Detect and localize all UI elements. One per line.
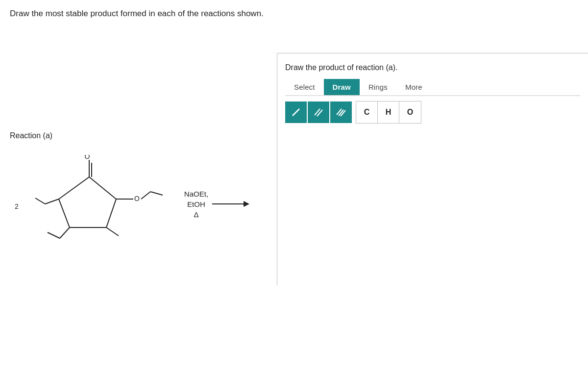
drawing-toolbar: Select Draw Rings More bbox=[285, 79, 580, 96]
molecule-structure: O O bbox=[21, 155, 177, 253]
svg-line-18 bbox=[337, 109, 342, 115]
svg-marker-0 bbox=[59, 177, 116, 227]
toolbar-more[interactable]: More bbox=[396, 79, 431, 95]
svg-line-15 bbox=[293, 109, 299, 116]
reagent-line2: EtOH bbox=[187, 199, 205, 209]
svg-line-10 bbox=[45, 199, 59, 204]
single-bond-icon bbox=[291, 107, 301, 118]
svg-line-20 bbox=[341, 110, 345, 116]
page-instruction: Draw the most stable product formed in e… bbox=[0, 0, 588, 24]
bond-atom-toolbar: C H O bbox=[285, 101, 580, 124]
double-bond-button[interactable] bbox=[308, 101, 329, 123]
reagent-line3: Δ bbox=[194, 209, 198, 220]
atom-group: C H O bbox=[356, 101, 421, 124]
toolbar-select[interactable]: Select bbox=[285, 79, 324, 95]
svg-line-11 bbox=[35, 198, 45, 204]
panel-title: Draw the product of reaction (a). bbox=[285, 63, 580, 72]
svg-marker-14 bbox=[244, 201, 249, 207]
toolbar-draw[interactable]: Draw bbox=[324, 79, 360, 95]
reaction-arrow bbox=[210, 197, 249, 211]
toolbar-rings[interactable]: Rings bbox=[360, 79, 396, 95]
svg-line-6 bbox=[141, 192, 150, 199]
hydrogen-button[interactable]: H bbox=[378, 101, 399, 123]
svg-line-9 bbox=[48, 232, 60, 238]
svg-line-12 bbox=[106, 227, 119, 236]
svg-text:O: O bbox=[84, 155, 90, 160]
svg-line-19 bbox=[339, 110, 343, 116]
reaction-label: Reaction (a) bbox=[10, 131, 267, 140]
double-bond-icon bbox=[313, 107, 324, 118]
oxygen-button[interactable]: O bbox=[399, 101, 421, 123]
svg-line-7 bbox=[150, 192, 163, 195]
svg-text:O: O bbox=[134, 195, 140, 202]
triple-bond-icon bbox=[336, 107, 346, 118]
drawing-canvas[interactable] bbox=[285, 128, 580, 276]
triple-bond-button[interactable] bbox=[330, 101, 352, 123]
carbon-button[interactable]: C bbox=[356, 101, 378, 123]
reaction-number: 2 bbox=[15, 202, 19, 210]
reagent-line1: NaOEt, bbox=[184, 189, 208, 199]
single-bond-button[interactable] bbox=[285, 101, 307, 123]
svg-line-8 bbox=[60, 227, 70, 238]
